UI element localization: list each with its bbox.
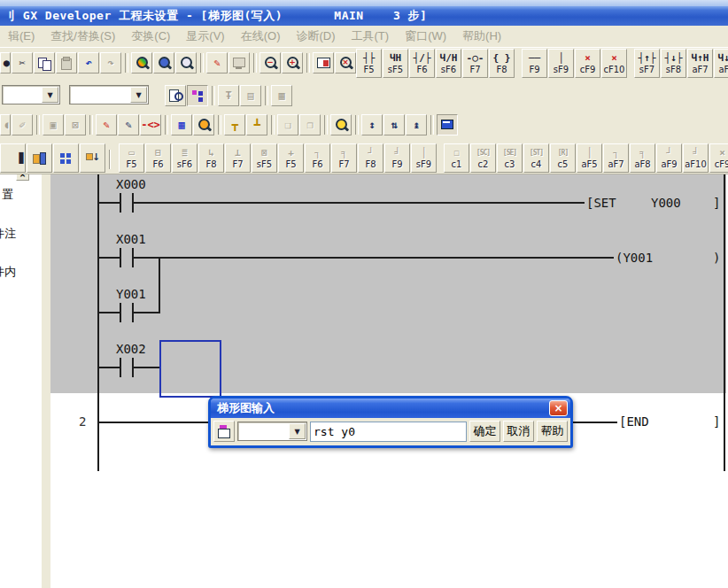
device-select-combo[interactable]: ▼ (69, 85, 149, 104)
tree-item-device-memory[interactable]: 件内 (0, 264, 16, 280)
sfc-grid-button[interactable] (53, 143, 79, 173)
close-icon[interactable]: × (549, 400, 568, 416)
cancel-button[interactable]: 取消 (503, 421, 534, 442)
end-close-bracket: ] (713, 414, 720, 429)
line-statement-button[interactable]: ↕ (361, 114, 383, 135)
insert-mode-button[interactable]: -<> (140, 114, 161, 135)
step-select-combo[interactable]: ▼ (2, 85, 60, 104)
program-toolbar-group: Ŧ▤▦ (165, 85, 293, 106)
monitor-write-mode-button[interactable]: ✎ (118, 114, 139, 135)
sfc-rule-sc-icon: [SC] (476, 147, 490, 159)
stop-monitor-button[interactable]: × (335, 52, 356, 74)
menu-item-5[interactable]: 诊断(D) (288, 28, 343, 44)
delete-vertical-line-button[interactable]: ×cF10 (601, 49, 627, 78)
copy-button[interactable] (34, 52, 55, 74)
help-button[interactable]: 帮助 (537, 421, 568, 442)
menu-item-7[interactable]: 窗口(W) (397, 28, 454, 44)
parallel-open-contact-button[interactable]: ЧНsF5 (383, 49, 408, 78)
edit-cursor[interactable] (159, 340, 221, 398)
contact-bar (120, 248, 121, 267)
clipped-toolbar-button[interactable]: ● (0, 52, 11, 74)
coil-button[interactable]: -○-F7 (462, 49, 488, 78)
ladder-symbol-toolbar: ┤├F5ЧНsF5┤/├F6Ч/НsF6-○-F7{ }F8──F9│sF9×c… (356, 49, 728, 78)
monitor-condition-button[interactable] (193, 114, 214, 135)
parallel-rising-pulse-button[interactable]: Ч↑НaF7 (687, 49, 713, 78)
fkey-label: F6 (152, 159, 163, 169)
zoom-out-button[interactable]: − (259, 52, 281, 74)
parallel-open-contact-icon: ЧН (390, 52, 401, 65)
symbol-combo[interactable]: ▼ (237, 422, 307, 441)
note-button[interactable]: ┻ (246, 114, 267, 135)
merge-line-button[interactable]: ⇅ (383, 114, 405, 135)
dialog-body: ▼ 确定 取消 帮助 (211, 418, 570, 442)
chevron-down-icon[interactable]: ▼ (289, 423, 306, 439)
fkey-label: F7 (338, 159, 349, 169)
menu-item-6[interactable]: 工具(T) (344, 28, 398, 44)
copy-pages-icon (37, 56, 52, 70)
tree-item-device-comment[interactable]: 件注 (0, 226, 16, 242)
chevron-down-icon[interactable]: ▼ (42, 87, 58, 103)
menu-item-2[interactable]: 变换(C) (123, 28, 178, 44)
menu-item-8[interactable]: 帮助(H) (454, 28, 509, 44)
closed-contact-button[interactable]: ┤/├F6 (409, 49, 435, 78)
chevron-down-icon[interactable]: ▼ (130, 87, 147, 103)
fkey-label: c1 (452, 159, 462, 169)
ladder-write-button[interactable]: ✎ (206, 52, 228, 74)
instruction-input[interactable] (310, 422, 467, 442)
sfc-corner-low-icon: ┘ (666, 147, 672, 159)
ladder-editor-canvas[interactable]: X000 [SET Y000 ] X001 (Y001 ) Y001 X0 (50, 174, 728, 588)
dialog-title: 梯形图输入 (217, 400, 275, 416)
ladder-symbol-icon (216, 424, 233, 439)
project-tree-toggle-button[interactable] (187, 85, 208, 106)
find-contact-button[interactable] (330, 114, 352, 135)
ladder-toolbar-group: ◖✐▣⊠✎✎-<>▦┳┻❏❐↕⇅↨ (0, 114, 459, 135)
dialog-title-bar[interactable]: 梯形图输入 × (211, 398, 570, 418)
parallel-falling-pulse-button[interactable]: Ч↓НaF8 (714, 49, 728, 78)
fkey-label: aF7 (608, 159, 623, 169)
find-device-button[interactable] (153, 52, 174, 74)
find-button[interactable] (131, 52, 152, 74)
undo-button[interactable]: ↶ (78, 52, 99, 74)
falling-pulse-icon: ┤↓├ (665, 52, 683, 65)
ok-button[interactable]: 确定 (469, 421, 500, 442)
comment-display-button[interactable] (437, 114, 458, 135)
undo-arrow-icon: ↶ (85, 57, 91, 69)
open-contact-button[interactable]: ┤├F5 (356, 49, 382, 78)
horizontal-line-button[interactable]: ──F9 (522, 49, 547, 78)
application-instruction-button[interactable]: { }F8 (489, 49, 515, 78)
sfc-divergence-cross-button: +F5 (278, 143, 304, 173)
instruction-list-button[interactable]: ▦ (171, 114, 192, 135)
cut-button[interactable]: ✂ (12, 52, 33, 74)
symbol-select-button[interactable] (213, 421, 235, 442)
window-split-button[interactable] (313, 52, 334, 74)
operand-text: Y000 (651, 196, 681, 210)
zoom-in-button[interactable]: + (282, 52, 303, 74)
fkey-label: c3 (505, 159, 515, 169)
delete-horizontal-line-button[interactable]: ×cF9 (575, 49, 600, 78)
sfc-left-group: ▊↓ (0, 143, 106, 173)
vertical-line-button[interactable]: │sF9 (548, 49, 574, 78)
toolbar-separator (324, 115, 328, 135)
program-check-button[interactable] (165, 85, 186, 106)
find-instruction-button[interactable] (175, 52, 197, 74)
menu-item-4[interactable]: 在线(O) (233, 28, 289, 44)
close-icon[interactable]: × (16, 174, 29, 181)
ladder-line (134, 202, 585, 204)
parallel-closed-contact-button[interactable]: Ч/НsF6 (436, 49, 461, 78)
falling-pulse-button[interactable]: ┤↓├sF8 (661, 49, 686, 78)
sfc-block-down-button[interactable]: ↓ (80, 143, 105, 173)
menu-item-3[interactable]: 显示(V) (178, 28, 232, 44)
coil-icon: -○- (467, 52, 484, 65)
closed-contact-icon: ┤/├ (414, 52, 431, 65)
tree-item-project[interactable]: 置 (2, 187, 13, 203)
sfc-line-aF5-button: │aF5 (577, 143, 602, 173)
rising-pulse-button[interactable]: ┤↑├sF7 (634, 49, 660, 78)
declaration-button[interactable]: ┳ (224, 114, 245, 135)
split-line-button[interactable]: ↨ (406, 114, 427, 135)
toolbar-separator (165, 115, 168, 135)
clipped-toolbar-button[interactable]: ▊ (0, 143, 26, 173)
menu-item-0[interactable]: 辑(E) (0, 28, 43, 44)
sfc-block-list-button[interactable] (27, 143, 52, 173)
write-mode-button[interactable]: ✎ (96, 114, 117, 135)
menu-item-1[interactable]: 查找/替换(S) (43, 28, 123, 44)
